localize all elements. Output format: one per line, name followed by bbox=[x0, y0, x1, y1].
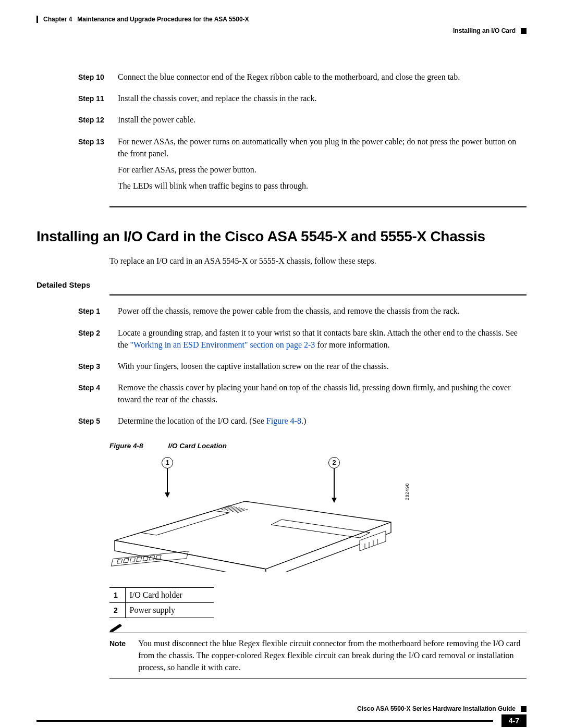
step-body: Install the power cable. bbox=[118, 114, 521, 130]
header-bar-icon bbox=[36, 16, 38, 23]
continuing-steps: Step 10Connect the blue connector end of… bbox=[78, 71, 521, 196]
footer-square-icon bbox=[521, 706, 527, 712]
note-label: Note bbox=[109, 637, 126, 674]
step-label: Step 11 bbox=[78, 92, 108, 108]
svg-rect-16 bbox=[130, 558, 135, 562]
step-row: Step 13For newer ASAs, the power turns o… bbox=[78, 135, 521, 196]
page-header: Chapter 4 Maintenance and Upgrade Proced… bbox=[36, 16, 527, 34]
chapter-line: Chapter 4 Maintenance and Upgrade Proced… bbox=[36, 16, 527, 23]
step-row: Step 10Connect the blue connector end of… bbox=[78, 71, 521, 87]
callout-2-circle: 2 bbox=[328, 457, 340, 468]
figure-block: Figure 4-8I/O Card Location 1 2 bbox=[109, 442, 527, 572]
svg-rect-17 bbox=[137, 557, 142, 561]
page-number: 4-7 bbox=[501, 714, 527, 727]
callout-2-number: 2 bbox=[332, 459, 336, 466]
note-body: You must disconnect the blue Regex flexi… bbox=[138, 637, 527, 674]
step-label: Step 4 bbox=[78, 381, 108, 410]
step-body: Power off the chassis, remove the power … bbox=[118, 305, 521, 321]
step-label: Step 10 bbox=[78, 71, 108, 87]
step-paragraph: Remove the chassis cover by placing your… bbox=[118, 381, 521, 405]
legend-label: Power supply bbox=[125, 602, 214, 618]
svg-rect-14 bbox=[117, 559, 122, 563]
step-label: Step 12 bbox=[78, 114, 108, 130]
step-body: Determine the location of the I/O card. … bbox=[118, 415, 521, 431]
step-body: With your fingers, loosen the captive in… bbox=[118, 360, 521, 376]
figure-image-id: 282498 bbox=[405, 483, 410, 500]
section-intro: To replace an I/O card in an ASA 5545-X … bbox=[109, 256, 527, 266]
step-paragraph: For newer ASAs, the power turns on autom… bbox=[118, 135, 521, 159]
section-heading: Installing an I/O Card in the Cisco ASA … bbox=[36, 228, 527, 245]
step-row: Step 1Power off the chassis, remove the … bbox=[78, 305, 521, 321]
step-paragraph: Power off the chassis, remove the power … bbox=[118, 305, 521, 317]
step-paragraph: Determine the location of the I/O card. … bbox=[118, 415, 521, 427]
step-label: Step 2 bbox=[78, 327, 108, 355]
step-row: Step 5Determine the location of the I/O … bbox=[78, 415, 521, 431]
legend-number: 1 bbox=[109, 587, 125, 602]
step-row: Step 3With your fingers, loosen the capt… bbox=[78, 360, 521, 376]
legend-number: 2 bbox=[109, 602, 125, 618]
detailed-steps-rule bbox=[109, 294, 527, 295]
footer-doc-title: Cisco ASA 5500-X Series Hardware Install… bbox=[357, 705, 516, 712]
table-row: 1I/O Card holder bbox=[109, 587, 214, 602]
section-name-line: Installing an I/O Card bbox=[36, 27, 527, 34]
step-paragraph: Install the chassis cover, and replace t… bbox=[118, 92, 521, 104]
figure-legend-table: 1I/O Card holder2Power supply bbox=[109, 587, 214, 618]
step-paragraph: Locate a grounding strap, and fasten it … bbox=[118, 327, 521, 351]
step-paragraph: Connect the blue connector end of the Re… bbox=[118, 71, 521, 83]
note-pencil-icon bbox=[109, 622, 123, 632]
callout-1-circle: 1 bbox=[162, 457, 173, 468]
step-paragraph: For earlier ASAs, press the power button… bbox=[118, 164, 521, 176]
callout-1-number: 1 bbox=[165, 459, 169, 466]
step-paragraph: Install the power cable. bbox=[118, 114, 521, 126]
step-body: Connect the blue connector end of the Re… bbox=[118, 71, 521, 87]
step-row: Step 4Remove the chassis cover by placin… bbox=[78, 381, 521, 410]
step-paragraph: With your fingers, loosen the captive in… bbox=[118, 360, 521, 372]
section-name: Installing an I/O Card bbox=[453, 27, 516, 34]
header-square-icon bbox=[521, 28, 527, 34]
footer-bar-icon bbox=[36, 720, 493, 722]
chassis-diagram: 1 2 bbox=[109, 457, 401, 572]
step-body: Remove the chassis cover by placing your… bbox=[118, 381, 521, 410]
detailed-steps: Step 1Power off the chassis, remove the … bbox=[78, 305, 521, 431]
svg-marker-26 bbox=[111, 624, 122, 632]
table-row: 2Power supply bbox=[109, 602, 214, 618]
svg-rect-15 bbox=[124, 558, 129, 563]
figure-number: Figure 4-8 bbox=[109, 442, 143, 450]
step-row: Step 11Install the chassis cover, and re… bbox=[78, 92, 521, 108]
chapter-label: Chapter 4 bbox=[43, 16, 72, 23]
step-row: Step 2Locate a grounding strap, and fast… bbox=[78, 327, 521, 355]
step-label: Step 3 bbox=[78, 360, 108, 376]
step-body: For newer ASAs, the power turns on autom… bbox=[118, 135, 521, 196]
step-label: Step 13 bbox=[78, 135, 108, 196]
cross-reference-link[interactable]: "Working in an ESD Environment" section … bbox=[130, 340, 315, 349]
chapter-title: Maintenance and Upgrade Procedures for t… bbox=[77, 16, 249, 23]
cross-reference-link[interactable]: Figure 4-8 bbox=[266, 416, 301, 425]
figure-caption: Figure 4-8I/O Card Location bbox=[109, 442, 527, 450]
detailed-steps-label: Detailed Steps bbox=[36, 280, 527, 289]
figure-title: I/O Card Location bbox=[168, 442, 227, 450]
step-label: Step 5 bbox=[78, 415, 108, 431]
step-paragraph: The LEDs will blink when traffic begins … bbox=[118, 180, 521, 192]
chassis-svg-icon bbox=[109, 483, 401, 572]
section-divider bbox=[109, 206, 527, 207]
legend-label: I/O Card holder bbox=[125, 587, 214, 602]
step-body: Install the chassis cover, and replace t… bbox=[118, 92, 521, 108]
step-body: Locate a grounding strap, and fasten it … bbox=[118, 327, 521, 355]
note-block: Note You must disconnect the blue Regex … bbox=[109, 633, 527, 680]
step-row: Step 12Install the power cable. bbox=[78, 114, 521, 130]
page-footer: Cisco ASA 5500-X Series Hardware Install… bbox=[36, 705, 527, 727]
step-label: Step 1 bbox=[78, 305, 108, 321]
